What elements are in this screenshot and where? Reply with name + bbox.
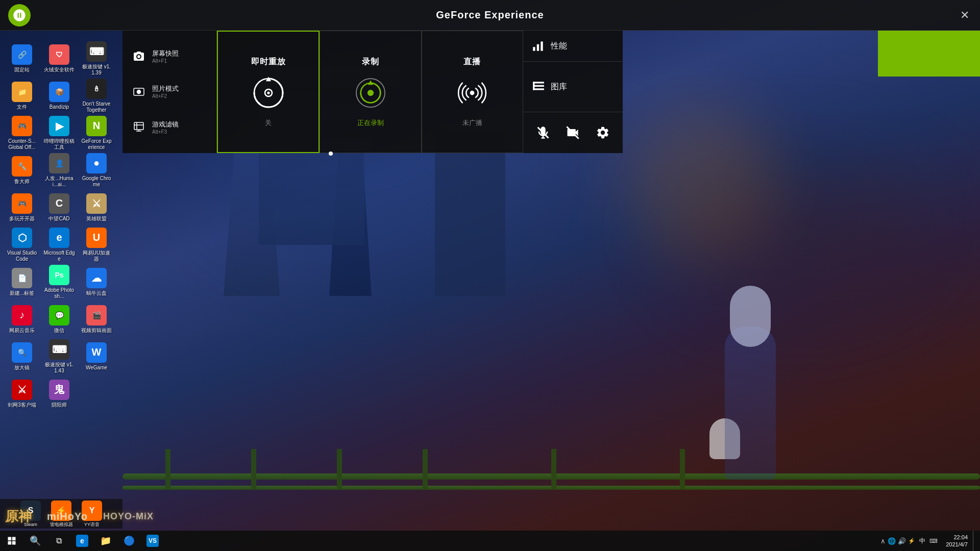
- instant-replay-title: 即时重放: [251, 57, 286, 67]
- record-title: 录制: [362, 57, 379, 67]
- clock-date: 2021/4/7: [946, 541, 968, 548]
- right-panel-bottom: [523, 112, 623, 153]
- nvidia-logo: [8, 4, 31, 27]
- photo-mode-text: 照片模式 Alt+F2: [152, 84, 179, 99]
- game-filter-name: 游戏滤镜: [152, 120, 179, 129]
- screenshot-name: 屏幕快照: [152, 49, 179, 58]
- photo-mode-feature[interactable]: 照片模式 Alt+F2: [129, 80, 210, 103]
- gfe-titlebar: GeForce Experience ✕: [0, 0, 980, 31]
- record-icon: [350, 72, 391, 113]
- screenshot-icon: [132, 49, 146, 64]
- battery-icon: ⚡: [908, 538, 915, 544]
- library-label: 图库: [551, 82, 567, 92]
- svg-rect-16: [537, 44, 539, 51]
- start-button[interactable]: [0, 531, 23, 551]
- game-filter-text: 游戏滤镜 Alt+F3: [152, 120, 179, 135]
- edge-taskbar-icon: e: [76, 535, 88, 547]
- broadcast-status: 未广播: [462, 118, 482, 128]
- svg-rect-15: [533, 47, 535, 51]
- svg-rect-3: [134, 122, 143, 130]
- svg-point-14: [470, 90, 475, 95]
- game-filter-icon: [132, 120, 146, 134]
- performance-label: 性能: [551, 41, 567, 52]
- gfe-overlay: GeForce Experience ✕ 屏幕快照 Alt+F1: [0, 0, 980, 551]
- svg-point-2: [137, 90, 141, 93]
- camera-off-icon-btn[interactable]: [562, 122, 583, 143]
- photo-mode-icon: [132, 85, 146, 99]
- search-taskbar-button[interactable]: 🔍: [23, 531, 47, 551]
- instant-replay-icon: [248, 72, 289, 113]
- taskbar-time-date[interactable]: 22:04 2021/4/7: [943, 534, 971, 548]
- library-feature[interactable]: 图库: [523, 62, 623, 112]
- search-taskbar-icon: 🔍: [29, 535, 41, 547]
- taskbar-right-area: ∧ 🌐 🔊 ⚡ 中 ⌨ 22:04 2021/4/7: [877, 531, 980, 551]
- vscode-taskbar-button[interactable]: VS: [141, 531, 164, 551]
- taskbar: 🔍 ⧉ e 📁 🔵 VS ∧ 🌐 🔊 ⚡ 中 ⌨ 22:04 2021/4/7: [0, 531, 980, 551]
- game-filter-feature[interactable]: 游戏滤镜 Alt+F3: [129, 116, 210, 139]
- mic-icon-btn[interactable]: [533, 122, 553, 143]
- svg-point-8: [267, 91, 270, 94]
- clock-time: 22:04: [946, 534, 968, 541]
- sys-tray-icons: ∧ 🌐 🔊 ⚡ 中 ⌨: [877, 537, 941, 545]
- broadcast-title: 直播: [463, 57, 481, 67]
- game-filter-shortcut: Alt+F3: [152, 129, 179, 135]
- photo-mode-shortcut: Alt+F2: [152, 93, 179, 99]
- windows-logo-icon: [6, 535, 18, 547]
- taskview-icon: ⧉: [53, 535, 65, 547]
- vscode-taskbar-icon: VS: [146, 535, 159, 547]
- record-status: 正在录制: [357, 118, 384, 128]
- gfe-title: GeForce Experience: [436, 9, 544, 21]
- svg-rect-21: [533, 82, 534, 90]
- screenshot-shortcut: Alt+F1: [152, 58, 179, 64]
- gfe-close-button[interactable]: ✕: [949, 0, 980, 31]
- screenshot-text: 屏幕快照 Alt+F1: [152, 49, 179, 64]
- instant-replay-status: 关: [265, 118, 272, 128]
- keyboard-icon[interactable]: ⌨: [929, 538, 938, 544]
- chrome-taskbar-button[interactable]: 🔵: [117, 531, 141, 551]
- show-desktop-button[interactable]: [973, 531, 976, 551]
- library-icon: [531, 80, 546, 94]
- center-features: 即时重放: [217, 31, 523, 153]
- explorer-taskbar-icon: 📁: [100, 535, 112, 547]
- performance-feature[interactable]: 性能: [523, 31, 623, 62]
- left-features-panel: 屏幕快照 Alt+F1 照片模式 Alt+F2: [122, 31, 217, 153]
- features-row: 屏幕快照 Alt+F1 照片模式 Alt+F2: [122, 31, 623, 153]
- instant-replay-card[interactable]: 即时重放: [217, 31, 320, 153]
- network-icon[interactable]: 🌐: [888, 537, 896, 545]
- chrome-taskbar-icon: 🔵: [123, 535, 135, 547]
- photo-mode-name: 照片模式: [152, 84, 179, 93]
- screenshot-feature[interactable]: 屏幕快照 Alt+F1: [129, 45, 210, 68]
- edge-taskbar-button[interactable]: e: [70, 531, 94, 551]
- explorer-taskbar-button[interactable]: 📁: [94, 531, 117, 551]
- green-accent-panel: [878, 31, 980, 77]
- volume-icon[interactable]: 🔊: [898, 537, 906, 545]
- input-method-indicator[interactable]: 中: [917, 537, 927, 545]
- settings-icon-btn[interactable]: [593, 122, 613, 143]
- right-panel: 性能 图库: [523, 31, 623, 153]
- taskview-button[interactable]: ⧉: [47, 531, 70, 551]
- gfe-main-panel: 屏幕快照 Alt+F1 照片模式 Alt+F2: [122, 31, 623, 153]
- chevron-up-icon[interactable]: ∧: [880, 537, 886, 545]
- svg-point-12: [368, 89, 374, 95]
- record-card[interactable]: 录制: [320, 31, 421, 153]
- performance-icon: [531, 39, 546, 53]
- broadcast-icon: [452, 72, 493, 113]
- broadcast-card[interactable]: 直播: [422, 31, 523, 153]
- svg-rect-17: [541, 41, 543, 51]
